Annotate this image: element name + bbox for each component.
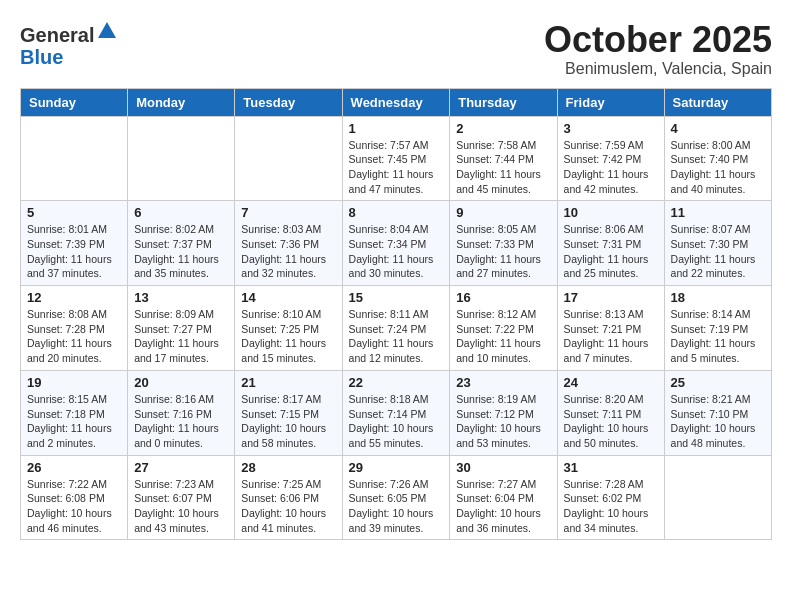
day-number: 19 [27,375,121,390]
day-detail: Sunrise: 7:23 AM Sunset: 6:07 PM Dayligh… [134,477,228,536]
day-detail: Sunrise: 8:21 AM Sunset: 7:10 PM Dayligh… [671,392,765,451]
calendar-cell: 22Sunrise: 8:18 AM Sunset: 7:14 PM Dayli… [342,370,450,455]
day-detail: Sunrise: 7:59 AM Sunset: 7:42 PM Dayligh… [564,138,658,197]
title-block: October 2025 Benimuslem, Valencia, Spain [544,20,772,78]
day-number: 5 [27,205,121,220]
calendar-cell: 26Sunrise: 7:22 AM Sunset: 6:08 PM Dayli… [21,455,128,540]
calendar-cell: 6Sunrise: 8:02 AM Sunset: 7:37 PM Daylig… [128,201,235,286]
day-number: 28 [241,460,335,475]
day-number: 27 [134,460,228,475]
page: General Blue October 2025 Benimuslem, Va… [0,0,792,550]
calendar-cell: 9Sunrise: 8:05 AM Sunset: 7:33 PM Daylig… [450,201,557,286]
calendar-cell: 25Sunrise: 8:21 AM Sunset: 7:10 PM Dayli… [664,370,771,455]
day-detail: Sunrise: 8:02 AM Sunset: 7:37 PM Dayligh… [134,222,228,281]
day-number: 12 [27,290,121,305]
day-number: 13 [134,290,228,305]
svg-marker-0 [98,22,116,38]
day-detail: Sunrise: 8:14 AM Sunset: 7:19 PM Dayligh… [671,307,765,366]
day-detail: Sunrise: 8:00 AM Sunset: 7:40 PM Dayligh… [671,138,765,197]
day-number: 30 [456,460,550,475]
logo-blue-text: Blue [20,46,63,68]
calendar-cell: 3Sunrise: 7:59 AM Sunset: 7:42 PM Daylig… [557,116,664,201]
day-number: 26 [27,460,121,475]
calendar-cell: 12Sunrise: 8:08 AM Sunset: 7:28 PM Dayli… [21,286,128,371]
day-detail: Sunrise: 8:13 AM Sunset: 7:21 PM Dayligh… [564,307,658,366]
day-detail: Sunrise: 7:28 AM Sunset: 6:02 PM Dayligh… [564,477,658,536]
calendar-cell: 1Sunrise: 7:57 AM Sunset: 7:45 PM Daylig… [342,116,450,201]
day-detail: Sunrise: 8:04 AM Sunset: 7:34 PM Dayligh… [349,222,444,281]
day-detail: Sunrise: 7:22 AM Sunset: 6:08 PM Dayligh… [27,477,121,536]
day-number: 23 [456,375,550,390]
day-detail: Sunrise: 8:08 AM Sunset: 7:28 PM Dayligh… [27,307,121,366]
logo-general-text: General [20,24,94,46]
day-detail: Sunrise: 8:17 AM Sunset: 7:15 PM Dayligh… [241,392,335,451]
weekday-header-wednesday: Wednesday [342,88,450,116]
day-detail: Sunrise: 8:09 AM Sunset: 7:27 PM Dayligh… [134,307,228,366]
calendar-cell: 16Sunrise: 8:12 AM Sunset: 7:22 PM Dayli… [450,286,557,371]
day-detail: Sunrise: 7:25 AM Sunset: 6:06 PM Dayligh… [241,477,335,536]
day-detail: Sunrise: 7:58 AM Sunset: 7:44 PM Dayligh… [456,138,550,197]
calendar-cell: 23Sunrise: 8:19 AM Sunset: 7:12 PM Dayli… [450,370,557,455]
weekday-header-friday: Friday [557,88,664,116]
calendar-cell: 20Sunrise: 8:16 AM Sunset: 7:16 PM Dayli… [128,370,235,455]
day-number: 11 [671,205,765,220]
calendar-cell: 4Sunrise: 8:00 AM Sunset: 7:40 PM Daylig… [664,116,771,201]
day-number: 25 [671,375,765,390]
day-number: 7 [241,205,335,220]
calendar-cell: 18Sunrise: 8:14 AM Sunset: 7:19 PM Dayli… [664,286,771,371]
day-number: 17 [564,290,658,305]
week-row-2: 5Sunrise: 8:01 AM Sunset: 7:39 PM Daylig… [21,201,772,286]
day-number: 6 [134,205,228,220]
day-number: 31 [564,460,658,475]
day-detail: Sunrise: 8:06 AM Sunset: 7:31 PM Dayligh… [564,222,658,281]
calendar-cell [128,116,235,201]
day-detail: Sunrise: 8:19 AM Sunset: 7:12 PM Dayligh… [456,392,550,451]
calendar-cell: 7Sunrise: 8:03 AM Sunset: 7:36 PM Daylig… [235,201,342,286]
weekday-header-monday: Monday [128,88,235,116]
month-title: October 2025 [544,20,772,60]
weekday-header-saturday: Saturday [664,88,771,116]
weekday-header-tuesday: Tuesday [235,88,342,116]
day-detail: Sunrise: 8:01 AM Sunset: 7:39 PM Dayligh… [27,222,121,281]
day-detail: Sunrise: 8:12 AM Sunset: 7:22 PM Dayligh… [456,307,550,366]
calendar-table: SundayMondayTuesdayWednesdayThursdayFrid… [20,88,772,541]
logo-icon [96,20,118,42]
calendar-cell: 14Sunrise: 8:10 AM Sunset: 7:25 PM Dayli… [235,286,342,371]
day-detail: Sunrise: 8:16 AM Sunset: 7:16 PM Dayligh… [134,392,228,451]
day-number: 14 [241,290,335,305]
calendar-cell: 21Sunrise: 8:17 AM Sunset: 7:15 PM Dayli… [235,370,342,455]
day-detail: Sunrise: 8:10 AM Sunset: 7:25 PM Dayligh… [241,307,335,366]
calendar-cell: 28Sunrise: 7:25 AM Sunset: 6:06 PM Dayli… [235,455,342,540]
day-number: 3 [564,121,658,136]
calendar-cell [664,455,771,540]
calendar-cell: 13Sunrise: 8:09 AM Sunset: 7:27 PM Dayli… [128,286,235,371]
weekday-header-sunday: Sunday [21,88,128,116]
day-detail: Sunrise: 7:26 AM Sunset: 6:05 PM Dayligh… [349,477,444,536]
weekday-header-thursday: Thursday [450,88,557,116]
week-row-4: 19Sunrise: 8:15 AM Sunset: 7:18 PM Dayli… [21,370,772,455]
calendar-cell: 2Sunrise: 7:58 AM Sunset: 7:44 PM Daylig… [450,116,557,201]
day-detail: Sunrise: 8:15 AM Sunset: 7:18 PM Dayligh… [27,392,121,451]
day-detail: Sunrise: 8:20 AM Sunset: 7:11 PM Dayligh… [564,392,658,451]
day-number: 2 [456,121,550,136]
day-number: 16 [456,290,550,305]
day-number: 4 [671,121,765,136]
day-number: 21 [241,375,335,390]
calendar-cell: 29Sunrise: 7:26 AM Sunset: 6:05 PM Dayli… [342,455,450,540]
calendar-cell: 19Sunrise: 8:15 AM Sunset: 7:18 PM Dayli… [21,370,128,455]
day-detail: Sunrise: 8:05 AM Sunset: 7:33 PM Dayligh… [456,222,550,281]
day-number: 1 [349,121,444,136]
day-detail: Sunrise: 8:07 AM Sunset: 7:30 PM Dayligh… [671,222,765,281]
day-detail: Sunrise: 8:03 AM Sunset: 7:36 PM Dayligh… [241,222,335,281]
calendar-cell: 27Sunrise: 7:23 AM Sunset: 6:07 PM Dayli… [128,455,235,540]
day-number: 18 [671,290,765,305]
week-row-3: 12Sunrise: 8:08 AM Sunset: 7:28 PM Dayli… [21,286,772,371]
week-row-5: 26Sunrise: 7:22 AM Sunset: 6:08 PM Dayli… [21,455,772,540]
calendar-cell [235,116,342,201]
calendar-cell: 8Sunrise: 8:04 AM Sunset: 7:34 PM Daylig… [342,201,450,286]
day-number: 22 [349,375,444,390]
calendar-cell: 17Sunrise: 8:13 AM Sunset: 7:21 PM Dayli… [557,286,664,371]
day-number: 9 [456,205,550,220]
weekday-header-row: SundayMondayTuesdayWednesdayThursdayFrid… [21,88,772,116]
calendar-cell [21,116,128,201]
